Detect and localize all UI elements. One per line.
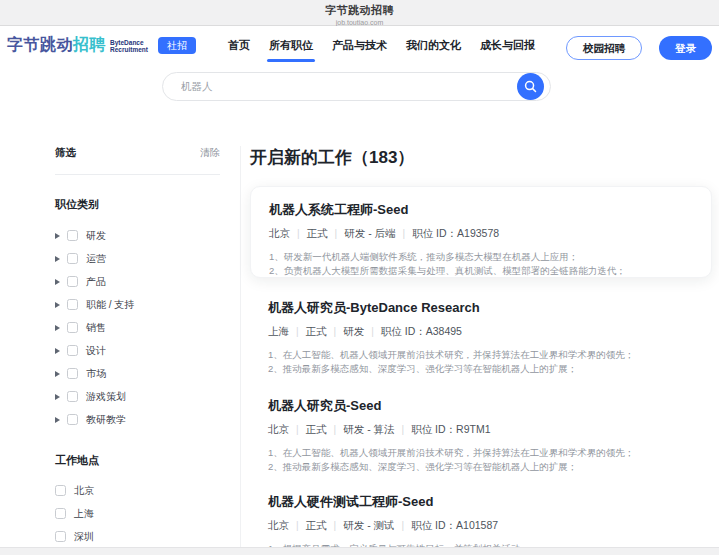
nav-item-growth[interactable]: 成长与回报: [480, 38, 535, 62]
divider: |: [290, 228, 307, 239]
job-card[interactable]: 机器人研究员-Seed 北京|正式|研发 - 算法|职位 ID：R9TM1 1、…: [250, 383, 712, 475]
logo-en-line1: ByteDance: [110, 39, 148, 46]
expand-caret-icon[interactable]: [55, 394, 60, 400]
campus-recruit-button[interactable]: 校园招聘: [566, 36, 642, 60]
category-label: 设计: [86, 344, 106, 358]
category-item-sales[interactable]: 销售: [55, 316, 220, 339]
category-label: 销售: [86, 321, 106, 335]
category-item-teaching[interactable]: 教研教学: [55, 408, 220, 431]
logo-cn-accent: 招聘: [73, 36, 106, 53]
category-label: 教研教学: [86, 413, 126, 427]
nav-item-product-tech[interactable]: 产品与技术: [332, 38, 387, 62]
expand-caret-icon[interactable]: [55, 233, 60, 239]
checkbox[interactable]: [67, 322, 78, 333]
checkbox[interactable]: [67, 368, 78, 379]
active-underline: [267, 59, 315, 62]
category-label: 职能 / 支持: [86, 298, 134, 312]
expand-caret-icon[interactable]: [55, 417, 60, 423]
logo-en-line2: Recruitment: [110, 46, 148, 53]
filter-header: 筛选 清除: [55, 146, 220, 160]
expand-caret-icon[interactable]: [55, 371, 60, 377]
expand-caret-icon[interactable]: [55, 279, 60, 285]
filter-title: 筛选: [55, 146, 76, 160]
job-desc-line: 2、推动最新多模态感知、深度学习、强化学习等在智能机器人上的扩展；: [268, 460, 694, 474]
category-item-product[interactable]: 产品: [55, 270, 220, 293]
job-city: 上海: [268, 325, 289, 337]
logo-en-text: ByteDance Recruitment: [110, 39, 148, 53]
category-item-operations[interactable]: 运营: [55, 247, 220, 270]
category-label: 产品: [86, 275, 106, 289]
job-id: 职位 ID：R9TM1: [411, 423, 490, 435]
category-label: 市场: [86, 367, 106, 381]
browser-titlebar: 字节跳动招聘 job.toutiao.com: [0, 0, 719, 26]
checkbox[interactable]: [67, 414, 78, 425]
search-section: [0, 70, 719, 104]
category-section-title: 职位类别: [55, 197, 220, 212]
checkbox[interactable]: [55, 485, 66, 496]
expand-caret-icon[interactable]: [55, 348, 60, 354]
job-id: 职位 ID：A193578: [412, 227, 499, 239]
category-item-game-design[interactable]: 游戏策划: [55, 385, 220, 408]
job-type: 正式: [306, 325, 327, 337]
job-title[interactable]: 机器人硬件测试工程师-Seed: [268, 493, 694, 511]
checkbox[interactable]: [67, 276, 78, 287]
nav-item-label: 首页: [228, 39, 250, 51]
category-item-support[interactable]: 职能 / 支持: [55, 293, 220, 316]
divider: |: [289, 520, 306, 531]
login-button[interactable]: 登录: [659, 36, 712, 60]
checkbox[interactable]: [55, 508, 66, 519]
page-title: 开启新的工作（183）: [250, 146, 414, 169]
job-desc-line: 2、推动最新多模态感知、深度学习、强化学习等在智能机器人上的扩展；: [268, 362, 694, 376]
expand-caret-icon[interactable]: [55, 302, 60, 308]
divider: |: [364, 326, 381, 337]
search-input[interactable]: [181, 74, 491, 99]
location-label: 上海: [74, 507, 94, 521]
divider: |: [327, 424, 344, 435]
divider: |: [328, 228, 345, 239]
job-card[interactable]: 机器人系统工程师-Seed 北京|正式|研发 - 后端|职位 ID：A19357…: [250, 186, 712, 278]
checkbox[interactable]: [67, 230, 78, 241]
expand-caret-icon[interactable]: [55, 256, 60, 262]
job-category: 研发 - 算法: [343, 423, 394, 435]
main-nav: 首页 所有职位 产品与技术 我们的文化 成长与回报: [228, 38, 535, 62]
search-button[interactable]: [517, 73, 544, 100]
job-desc-line: 1、研发新一代机器人端侧软件系统，推动多模态大模型在机器人上应用；: [269, 250, 693, 264]
location-item-beijing[interactable]: 北京: [55, 479, 220, 502]
location-section-title: 工作地点: [55, 453, 220, 468]
job-title[interactable]: 机器人研究员-ByteDance Research: [268, 299, 694, 317]
location-item-shanghai[interactable]: 上海: [55, 502, 220, 525]
logo[interactable]: 字节跳动招聘 ByteDance Recruitment 社招: [7, 35, 196, 56]
search-box: [162, 72, 551, 101]
nav-item-culture[interactable]: 我们的文化: [406, 38, 461, 62]
nav-item-all-jobs[interactable]: 所有职位: [269, 38, 313, 62]
job-city: 北京: [268, 519, 289, 531]
job-id: 职位 ID：A38495: [381, 325, 462, 337]
checkbox[interactable]: [55, 531, 66, 542]
divider: |: [289, 326, 306, 337]
location-label: 深圳: [74, 530, 94, 544]
job-type: 正式: [306, 519, 327, 531]
job-card[interactable]: 机器人研究员-ByteDance Research 上海|正式|研发|职位 ID…: [250, 285, 712, 377]
nav-item-label: 所有职位: [269, 39, 313, 51]
checkbox[interactable]: [67, 299, 78, 310]
nav-item-home[interactable]: 首页: [228, 38, 250, 62]
job-meta: 北京|正式|研发 - 后端|职位 ID：A193578: [269, 227, 693, 241]
location-item-shenzhen[interactable]: 深圳: [55, 525, 220, 548]
job-title[interactable]: 机器人系统工程师-Seed: [269, 201, 693, 219]
job-desc-line: 1、在人工智能、机器人领域开展前沿技术研究，并保持算法在工业界和学术界的领先；: [268, 348, 694, 362]
job-desc-line: 2、负责机器人大模型所需数据采集与处理、真机测试、模型部署的全链路能力迭代；: [269, 264, 693, 278]
checkbox[interactable]: [67, 345, 78, 356]
checkbox[interactable]: [67, 391, 78, 402]
category-item-design[interactable]: 设计: [55, 339, 220, 362]
search-icon: [524, 80, 537, 93]
expand-caret-icon[interactable]: [55, 325, 60, 331]
divider: |: [396, 228, 413, 239]
job-id: 职位 ID：A101587: [411, 519, 498, 531]
job-title[interactable]: 机器人研究员-Seed: [268, 397, 694, 415]
job-card[interactable]: 机器人硬件测试工程师-Seed 北京|正式|研发 - 测试|职位 ID：A101…: [250, 479, 712, 555]
job-type: 正式: [306, 423, 327, 435]
checkbox[interactable]: [67, 253, 78, 264]
category-item-marketing[interactable]: 市场: [55, 362, 220, 385]
category-item-rd[interactable]: 研发: [55, 224, 220, 247]
clear-filters-link[interactable]: 清除: [200, 146, 220, 160]
